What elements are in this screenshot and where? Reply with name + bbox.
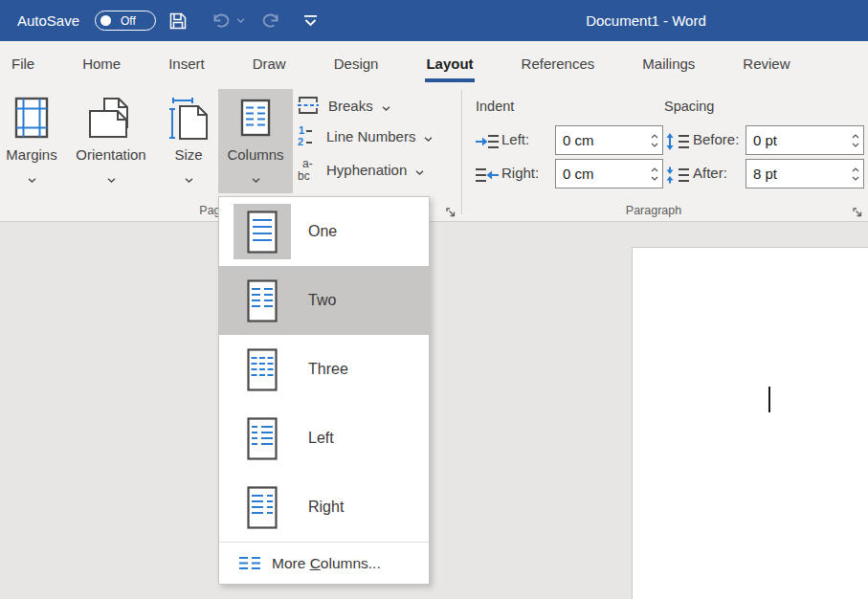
paragraph-dialog-launcher[interactable] xyxy=(853,205,864,216)
indent-left-icon xyxy=(475,132,500,155)
word-window: AutoSave Off xyxy=(0,0,868,599)
chevron-down-icon xyxy=(28,169,36,187)
columns-menu-item-two[interactable]: Two xyxy=(219,266,429,335)
spinner-up-icon[interactable] xyxy=(651,134,658,139)
hyphenation-button[interactable]: a- bc Hyphenation xyxy=(296,157,424,182)
spacing-before-input[interactable] xyxy=(746,126,847,154)
line-numbers-label: Line Numbers xyxy=(326,128,415,144)
size-label: Size xyxy=(174,146,202,163)
spacing-heading: Spacing xyxy=(664,99,714,114)
tab-home[interactable]: Home xyxy=(82,41,121,86)
breaks-label: Breaks xyxy=(328,98,373,114)
spacing-before-field[interactable] xyxy=(746,125,864,155)
autosave-toggle[interactable]: Off xyxy=(95,11,156,31)
columns-label: Columns xyxy=(227,146,283,163)
svg-text:1: 1 xyxy=(299,124,304,136)
spacing-after-input[interactable] xyxy=(746,160,847,188)
chevron-down-icon xyxy=(107,169,116,187)
chevron-down-icon xyxy=(382,98,390,114)
svg-text:2: 2 xyxy=(298,136,303,147)
spinner-down-icon[interactable] xyxy=(852,143,859,147)
one-column-icon xyxy=(234,204,291,259)
orientation-label: Orientation xyxy=(76,146,145,163)
columns-menu-item-one[interactable]: One xyxy=(219,197,429,266)
spinner-down-icon[interactable] xyxy=(651,143,658,147)
autosave-label: AutoSave xyxy=(17,0,79,41)
more-columns-icon xyxy=(238,555,261,571)
orientation-button[interactable]: Orientation xyxy=(63,89,159,193)
indent-left-label: Left: xyxy=(501,131,529,147)
ribbon: Margins Orientation xyxy=(0,86,868,222)
columns-menu-item-right[interactable]: Right xyxy=(219,473,429,542)
columns-dropdown-menu: One Two xyxy=(218,196,430,585)
document-page[interactable] xyxy=(632,247,868,599)
indent-left-input[interactable] xyxy=(556,126,646,154)
indent-right-field[interactable] xyxy=(555,159,663,189)
spinner-up-icon[interactable] xyxy=(852,134,859,139)
hyphenation-label: Hyphenation xyxy=(326,162,407,178)
margins-button[interactable]: Margins xyxy=(2,89,61,193)
hyphenation-icon: a- bc xyxy=(296,157,319,182)
left-column-icon xyxy=(234,410,291,466)
columns-menu-item-left[interactable]: Left xyxy=(219,404,429,473)
redo-icon xyxy=(259,12,280,29)
three-columns-icon xyxy=(234,342,291,397)
indent-right-label: Right: xyxy=(501,165,539,181)
line-numbers-button[interactable]: 1 2 Line Numbers xyxy=(296,123,433,148)
spacing-after-field[interactable] xyxy=(746,159,864,189)
save-button[interactable] xyxy=(168,0,188,41)
columns-icon xyxy=(240,94,271,142)
spacing-before-label: Before: xyxy=(693,131,739,147)
spinner-down-icon[interactable] xyxy=(651,176,658,181)
two-columns-icon xyxy=(234,273,291,328)
tab-review[interactable]: Review xyxy=(743,41,790,86)
indent-left-field[interactable] xyxy=(555,125,663,155)
undo-button[interactable] xyxy=(211,0,233,41)
spinner-down-icon[interactable] xyxy=(852,176,859,181)
tab-file[interactable]: File xyxy=(11,41,34,86)
size-button[interactable]: Size xyxy=(161,89,216,193)
document-title: Document1 - Word xyxy=(586,0,706,41)
svg-text:bc: bc xyxy=(298,169,310,182)
group-separator xyxy=(461,90,462,214)
redo-button[interactable] xyxy=(259,0,280,41)
spinner-up-icon[interactable] xyxy=(651,167,658,172)
undo-dropdown-button[interactable] xyxy=(236,0,245,41)
text-cursor xyxy=(768,387,770,412)
save-icon xyxy=(168,11,188,31)
indent-heading: Indent xyxy=(476,99,514,114)
breaks-icon xyxy=(296,94,321,117)
toggle-knob xyxy=(100,15,111,26)
page-setup-dialog-launcher[interactable] xyxy=(446,205,457,216)
chevron-down-icon xyxy=(424,128,433,144)
margins-label: Margins xyxy=(6,146,56,163)
ribbon-tab-row: File Home Insert Draw Design Layout Refe… xyxy=(0,41,868,86)
tab-mailings[interactable]: Mailings xyxy=(642,41,695,86)
breaks-button[interactable]: Breaks xyxy=(296,93,390,118)
menu-item-label: One xyxy=(308,223,337,240)
right-column-icon xyxy=(234,479,291,535)
indent-right-input[interactable] xyxy=(556,160,646,188)
dialog-launcher-icon xyxy=(853,208,863,218)
spacing-before-icon xyxy=(665,132,690,155)
more-columns-menu-item[interactable]: More Columns... xyxy=(219,543,429,584)
spacing-before-stepper xyxy=(847,126,863,154)
spinner-up-icon[interactable] xyxy=(852,167,859,172)
menu-item-label: Three xyxy=(308,361,348,378)
tab-draw[interactable]: Draw xyxy=(253,41,286,86)
tab-design[interactable]: Design xyxy=(334,41,379,86)
size-icon xyxy=(167,94,210,142)
more-columns-label: More Columns... xyxy=(272,555,381,572)
columns-menu-item-three[interactable]: Three xyxy=(219,335,429,404)
indent-right-stepper xyxy=(646,160,662,188)
menu-item-label: Left xyxy=(308,430,334,447)
columns-button[interactable]: Columns xyxy=(218,89,293,193)
margins-icon xyxy=(14,94,49,142)
customize-quick-access-button[interactable] xyxy=(303,0,318,41)
indent-left-stepper xyxy=(646,126,662,154)
tab-insert[interactable]: Insert xyxy=(168,41,205,86)
line-numbers-icon: 1 2 xyxy=(296,123,319,148)
menu-item-label: Two xyxy=(308,292,336,309)
tab-layout[interactable]: Layout xyxy=(426,41,473,86)
tab-references[interactable]: References xyxy=(522,41,595,86)
